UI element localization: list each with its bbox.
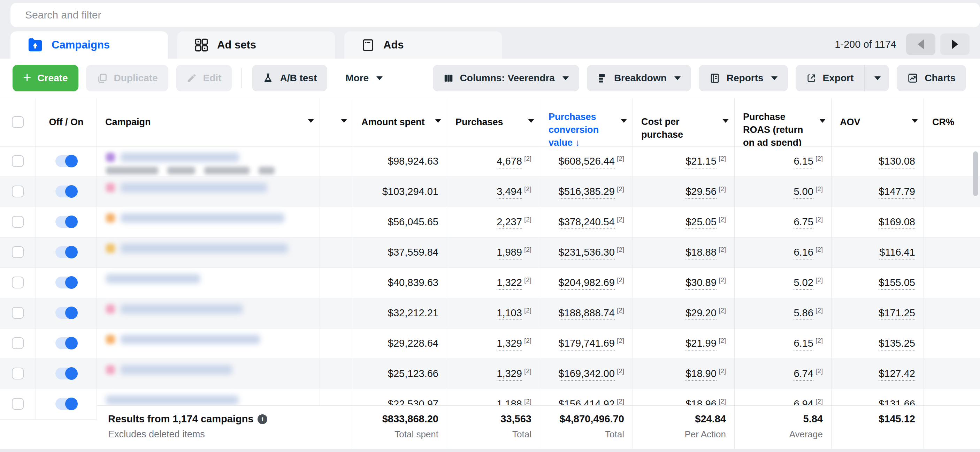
tab-ad-sets-label: Ad sets [217, 39, 256, 51]
campaign-toggle[interactable] [56, 155, 77, 167]
header-amount-spent[interactable]: Amount spent [353, 98, 447, 146]
table-row: $56,045.652,237[2]$378,240.54[2]$25.05[2… [0, 207, 980, 238]
campaign-toggle[interactable] [56, 398, 77, 410]
header-purchases-conversion-value[interactable]: Purchases conversion value ↓ [540, 98, 633, 146]
edit-button[interactable]: Edit [176, 65, 232, 91]
hover-action-redacted[interactable] [204, 167, 250, 174]
row-checkbox-cell [0, 207, 36, 237]
row-checkbox[interactable] [12, 307, 24, 319]
row-checkbox[interactable] [12, 367, 24, 379]
header-cr[interactable]: CR% [924, 98, 980, 146]
cell-conversion-value: $179,741.69[2] [540, 329, 633, 359]
campaign-toggle[interactable] [56, 185, 77, 197]
tab-campaigns-label: Campaigns [52, 39, 110, 51]
header-aov[interactable]: AOV [832, 98, 924, 146]
row-checkbox[interactable] [12, 398, 24, 410]
duplicate-button[interactable]: Duplicate [86, 65, 168, 91]
header-purchases[interactable]: Purchases [447, 98, 540, 146]
create-button[interactable]: + Create [13, 65, 78, 91]
campaign-name-redacted[interactable] [121, 335, 260, 344]
campaign-toggle[interactable] [56, 246, 77, 258]
columns-button[interactable]: Columns: Veerendra [433, 65, 579, 91]
total-amount-spent: $833,868.20 Total spent [353, 406, 447, 450]
campaign-toggle[interactable] [56, 276, 77, 288]
pagination-prev-button[interactable] [906, 34, 935, 55]
tab-ad-sets[interactable]: Ad sets [177, 31, 335, 59]
row-checkbox[interactable] [12, 337, 24, 349]
reports-button-label: Reports [727, 73, 764, 84]
cell-roas: 6.75[2] [735, 207, 832, 237]
row-hover-actions[interactable] [106, 167, 320, 174]
cell-cost-per-purchase: $25.05[2] [633, 207, 735, 237]
tab-campaigns[interactable]: Campaigns [10, 31, 168, 59]
campaign-tag-icon [106, 305, 115, 313]
breakdown-button[interactable]: Breakdown [587, 65, 691, 91]
row-checkbox[interactable] [12, 185, 24, 197]
cell-purchases: 2,237[2] [447, 207, 540, 237]
campaign-name-redacted[interactable] [121, 183, 267, 192]
total-cost-per-purchase: $24.84 Per Action [633, 406, 735, 450]
table-row: $103,294.013,494[2]$516,385.29[2]$29.56[… [0, 177, 980, 207]
campaign-toggle[interactable] [56, 216, 77, 228]
chevron-left-icon [918, 39, 924, 49]
cell-cr [924, 359, 980, 389]
header-cost-per-purchase[interactable]: Cost per purchase [633, 98, 735, 146]
campaign-name-redacted[interactable] [121, 244, 288, 253]
flask-icon [262, 73, 274, 84]
cell-conversion-value: $608,526.44[2] [540, 147, 633, 176]
header-purchase-roas[interactable]: Purchase ROAS (return on ad spend) [735, 98, 832, 146]
campaign-cell [97, 207, 320, 237]
cell-roas: 6.15[2] [735, 147, 832, 176]
more-button[interactable]: More [335, 65, 393, 91]
row-toggle-cell [36, 268, 97, 298]
header-campaign[interactable]: Campaign [97, 98, 320, 146]
hover-action-redacted[interactable] [106, 167, 158, 174]
row-checkbox[interactable] [12, 276, 24, 288]
export-button[interactable]: Export [795, 65, 864, 91]
chevron-down-icon [771, 77, 778, 80]
row-checkbox[interactable] [12, 155, 24, 167]
duplicate-button-label: Duplicate [114, 73, 158, 84]
chevron-down-icon [528, 119, 534, 123]
info-icon[interactable]: i [258, 414, 267, 424]
horizontal-scrollbar-track[interactable] [0, 449, 980, 452]
campaign-cell [97, 177, 320, 207]
hover-action-redacted[interactable] [259, 167, 275, 174]
chevron-down-icon [722, 119, 729, 123]
campaign-tag-icon [106, 244, 115, 253]
chevron-down-icon [308, 119, 314, 123]
header-collapsed-column[interactable] [320, 98, 353, 146]
campaign-toggle[interactable] [56, 307, 77, 319]
search-input[interactable] [10, 3, 980, 27]
chevron-down-icon [874, 77, 881, 80]
cell-purchases: 4,678[2] [447, 147, 540, 176]
cell-cost-per-purchase: $21.15[2] [633, 147, 735, 176]
campaign-toggle[interactable] [56, 337, 77, 349]
campaign-name-redacted[interactable] [121, 365, 232, 374]
select-all-checkbox[interactable] [12, 116, 24, 128]
summary-row: Results from 1,174 campaigns i Excludes … [97, 405, 980, 450]
campaign-cell [97, 329, 320, 359]
row-checkbox[interactable] [12, 246, 24, 258]
campaign-name-redacted[interactable] [121, 214, 285, 222]
charts-button[interactable]: Charts [897, 65, 966, 91]
vertical-scrollbar[interactable] [973, 151, 978, 196]
pagination-next-button[interactable] [940, 34, 970, 55]
hover-action-redacted[interactable] [167, 167, 195, 174]
campaign-name-redacted[interactable] [106, 274, 200, 283]
row-checkbox[interactable] [12, 216, 24, 228]
campaign-name-redacted[interactable] [121, 305, 243, 313]
reports-button[interactable]: Reports [699, 65, 788, 91]
row-toggle-cell [36, 298, 97, 328]
total-conversion-value: $4,870,496.70 Total [540, 406, 633, 450]
cell-cost-per-purchase: $29.56[2] [633, 177, 735, 207]
cell-cr [924, 268, 980, 298]
ab-test-button[interactable]: A/B test [252, 65, 327, 91]
campaign-toggle[interactable] [56, 367, 77, 379]
tab-ads[interactable]: Ads [344, 31, 502, 59]
table-row: $29,228.641,329[2]$179,741.69[2]$21.99[2… [0, 329, 980, 359]
ads-page-icon [361, 38, 375, 52]
export-options-button[interactable] [864, 65, 889, 91]
campaign-name-redacted[interactable] [121, 153, 239, 162]
campaign-name-redacted[interactable] [106, 396, 239, 404]
